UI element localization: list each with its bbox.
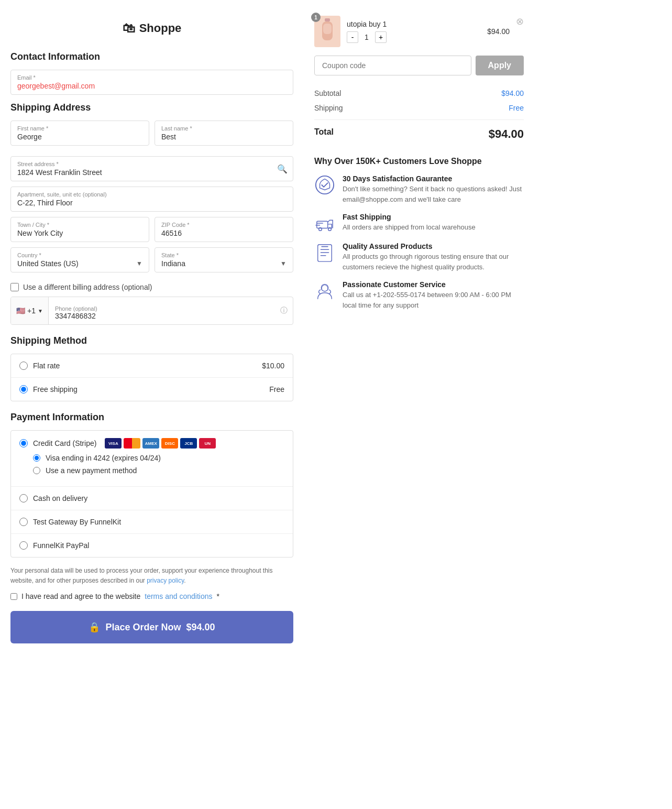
payment-radio-cash[interactable]: [19, 494, 28, 502]
payment-option-test[interactable]: Test Gateway By FunnelKit: [11, 510, 293, 534]
coupon-row: Apply: [314, 56, 524, 75]
place-order-price: $94.00: [186, 622, 215, 633]
state-field[interactable]: State * Indiana ▼: [155, 247, 293, 272]
phone-code: +1: [27, 307, 36, 315]
brand-name: Shoppe: [139, 21, 182, 35]
logo-icon: 🛍: [123, 21, 135, 36]
place-order-button[interactable]: 🔒 Place Order Now $94.00: [10, 611, 293, 643]
trust-title: Why Over 150K+ Customers Love Shoppe: [314, 157, 524, 166]
billing-checkbox-row[interactable]: Use a different billing address (optiona…: [10, 283, 293, 291]
email-field-group[interactable]: Email * georgebest@gmail.com: [10, 70, 293, 95]
trust-guarantee-text: 30 Days Satisfaction Gaurantee Don't lik…: [343, 174, 524, 204]
billing-checkbox[interactable]: [10, 283, 19, 291]
shipping-flat-label: Flat rate: [33, 362, 60, 370]
payment-test-label: Test Gateway By FunnelKit: [33, 518, 121, 526]
svg-point-8: [321, 285, 328, 291]
last-name-value: Best: [161, 133, 287, 141]
subtotal-label: Subtotal: [314, 89, 341, 97]
shipping-flat-price: $10.00: [262, 362, 284, 370]
lock-icon: 🔒: [89, 621, 100, 633]
terms-link[interactable]: terms and conditions: [145, 592, 212, 600]
payment-radio-paypal[interactable]: [19, 541, 28, 550]
coupon-input[interactable]: [314, 56, 471, 75]
city-value: New York City: [17, 229, 142, 237]
last-name-field[interactable]: Last name * Best: [155, 121, 293, 146]
privacy-note: Your personal data will be used to proce…: [10, 566, 293, 586]
shipping-radio-free[interactable]: [19, 385, 28, 393]
phone-dropdown-icon: ▼: [38, 308, 43, 314]
trust-item-shipping: Fast Shipping All orders are shipped fro…: [314, 213, 524, 234]
terms-checkbox[interactable]: [10, 593, 17, 600]
payment-option-paypal[interactable]: FunnelKit PayPal: [11, 534, 293, 557]
cart-item-info: utopia buy 1 - 1 +: [347, 20, 481, 43]
phone-country-selector[interactable]: 🇺🇸 +1 ▼: [11, 297, 49, 324]
qty-decrease-button[interactable]: -: [347, 31, 358, 43]
jcb-icon: JCB: [180, 438, 197, 449]
trust-shipping-text: Fast Shipping All orders are shipped fro…: [343, 213, 476, 233]
phone-field-group[interactable]: 🇺🇸 +1 ▼ Phone (optional) 3347486832 ⓘ: [10, 297, 293, 325]
phone-flag: 🇺🇸: [16, 307, 25, 315]
visa-icon: VISA: [105, 438, 122, 449]
card-sub-radio-visa[interactable]: [33, 454, 40, 462]
payment-section-title: Payment Information: [10, 412, 293, 423]
payment-radio-test[interactable]: [19, 518, 28, 526]
shipping-method-title: Shipping Method: [10, 335, 293, 346]
shipping-radio-flat[interactable]: [19, 362, 28, 370]
terms-row: I have read and agree to the website ter…: [10, 592, 293, 600]
card-sub-visa-ending[interactable]: Visa ending in 4242 (expires 04/24): [33, 454, 284, 462]
trust-item-quality: Quality Assured Products All products go…: [314, 242, 524, 272]
card-sub-options: Visa ending in 4242 (expires 04/24) Use …: [19, 454, 284, 475]
payment-radio-cc[interactable]: [19, 439, 28, 447]
apt-field[interactable]: Apartment, suite, unit etc (optional) C-…: [10, 187, 293, 212]
card-sub-new-label: Use a new payment method: [46, 466, 137, 475]
city-label: Town / City *: [17, 222, 142, 228]
svg-rect-2: [323, 24, 332, 34]
qty-increase-button[interactable]: +: [375, 31, 387, 43]
payment-option-cash[interactable]: Cash on delivery: [11, 487, 293, 510]
amex-icon: AMEX: [142, 438, 159, 449]
state-chevron-icon: ▼: [280, 260, 287, 267]
phone-help-icon: ⓘ: [280, 306, 288, 315]
shipping-total-value: Free: [509, 104, 524, 112]
payment-option-credit-card[interactable]: Credit Card (Stripe) VISA AMEX DISC JCB …: [11, 431, 293, 487]
apply-coupon-button[interactable]: Apply: [476, 56, 524, 75]
street-value: 1824 West Franklin Street: [17, 168, 287, 177]
place-order-label: Place Order Now: [105, 622, 181, 633]
email-label: Email *: [17, 74, 287, 81]
union-icon: UN: [199, 438, 216, 449]
card-sub-radio-new[interactable]: [33, 467, 40, 474]
street-field[interactable]: Street address * 1824 West Franklin Stre…: [10, 156, 293, 181]
country-value: United States (US): [17, 259, 79, 268]
grand-total-value: $94.00: [489, 127, 524, 141]
svg-rect-7: [318, 245, 332, 261]
shipping-options-list: Flat rate $10.00 Free shipping Free: [10, 354, 293, 401]
country-field[interactable]: Country * United States (US) ▼: [10, 247, 149, 272]
cart-item: 1 utopia buy 1 - 1 + $94.00 ⊗: [314, 16, 524, 47]
contact-section-title: Contact Information: [10, 51, 293, 62]
terms-post: *: [216, 592, 219, 600]
country-chevron-icon: ▼: [136, 260, 142, 267]
guarantee-icon: [314, 174, 335, 195]
city-field[interactable]: Town / City * New York City: [10, 217, 149, 242]
shipping-free-label: Free shipping: [33, 385, 78, 393]
cart-item-qty-value: 1: [361, 33, 372, 41]
trust-quality-text: Quality Assured Products All products go…: [343, 242, 524, 272]
state-label: State *: [161, 252, 287, 258]
card-sub-new-method[interactable]: Use a new payment method: [33, 466, 284, 475]
payment-cash-label: Cash on delivery: [33, 494, 87, 502]
zip-field[interactable]: ZIP Code * 46516: [155, 217, 293, 242]
trust-item-support: Passionate Customer Service Call us at +…: [314, 280, 524, 310]
svg-rect-0: [325, 18, 330, 21]
search-icon: 🔍: [277, 164, 288, 174]
state-value: Indiana: [161, 259, 185, 268]
privacy-link[interactable]: privacy policy: [147, 577, 184, 584]
shipping-option-free[interactable]: Free shipping Free: [11, 378, 293, 401]
first-name-value: George: [17, 133, 142, 141]
email-value: georgebest@gmail.com: [17, 82, 287, 90]
zip-label: ZIP Code *: [161, 222, 287, 228]
first-name-field[interactable]: First name * George: [10, 121, 149, 146]
apt-label: Apartment, suite, unit etc (optional): [17, 191, 287, 198]
quality-icon: [314, 242, 335, 263]
shipping-option-flat[interactable]: Flat rate $10.00: [11, 354, 293, 378]
cart-item-remove-button[interactable]: ⊗: [516, 16, 524, 27]
